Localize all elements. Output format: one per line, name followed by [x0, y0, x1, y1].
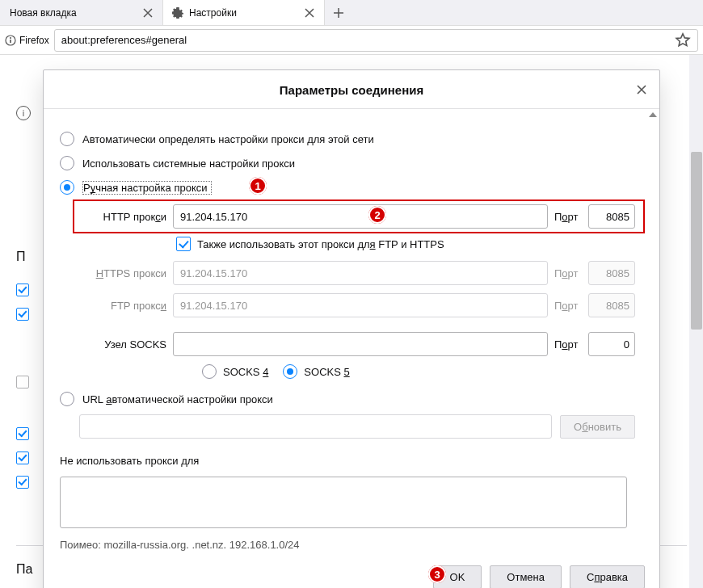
help-button[interactable]: Справка — [570, 565, 645, 588]
radio-system[interactable]: Использовать системные настройки прокси — [60, 156, 635, 170]
socks-input[interactable] — [173, 332, 548, 356]
ftp-proxy-input — [173, 293, 548, 317]
proxy-fields: 2 HTTP прокси Порт Также использовать эт… — [79, 204, 635, 379]
close-icon[interactable] — [303, 6, 316, 19]
socks-version-row: SOCKS 4 SOCKS 5 — [202, 364, 635, 379]
tab-settings[interactable]: Настройки — [163, 0, 325, 25]
autoconfig-url-row: Обновить — [79, 414, 635, 439]
ftp-port-input — [588, 293, 635, 317]
port-label: Порт — [554, 338, 582, 351]
https-proxy-input — [173, 261, 548, 285]
radio-autoconfig[interactable]: URL автоматической настройки прокси — [60, 392, 635, 406]
svg-rect-1 — [10, 40, 11, 43]
ok-button[interactable]: OK — [433, 565, 482, 588]
socks-port-input[interactable] — [588, 332, 635, 356]
radio-icon — [202, 364, 217, 379]
connection-settings-modal: Параметры соединения Автоматически опред… — [43, 69, 660, 588]
radio-autoconfig-label: URL автоматической настройки прокси — [82, 393, 273, 405]
modal-body: Автоматически определять настройки прокс… — [44, 109, 659, 556]
radio-auto-label: Автоматически определять настройки прокс… — [82, 133, 374, 145]
modal-title: Параметры соединения — [280, 83, 423, 97]
share-proxy-row[interactable]: Также использовать этот прокси для FTP и… — [176, 237, 635, 251]
socks-label: Узел SOCKS — [79, 338, 166, 351]
noproxy-example: Поимео: mozilla-russia.org. .net.nz. 192… — [60, 539, 635, 551]
refresh-button: Обновить — [560, 415, 635, 439]
port-label: Порт — [554, 211, 582, 223]
autoconfig-input — [79, 414, 552, 439]
https-port-input — [588, 261, 635, 285]
noproxy-textarea[interactable] — [60, 477, 627, 528]
cancel-button[interactable]: Отмена — [490, 565, 562, 588]
identity-block[interactable]: Firefox — [5, 35, 49, 46]
modal-header: Параметры соединения — [44, 70, 659, 109]
radio-icon — [60, 156, 74, 170]
radio-socks4[interactable]: SOCKS 4 — [202, 364, 268, 379]
svg-point-2 — [10, 37, 11, 39]
http-proxy-input[interactable] — [173, 204, 548, 229]
http-proxy-row: HTTP прокси Порт — [79, 204, 635, 229]
gear-icon — [171, 6, 184, 19]
http-port-input[interactable] — [588, 204, 635, 229]
ftp-label: FTP прокси — [79, 300, 166, 312]
modal-overlay: Параметры соединения Автоматически опред… — [0, 55, 703, 588]
modal-footer: 3 OK Отмена Справка — [44, 556, 659, 588]
checkbox-icon — [176, 237, 191, 251]
radio-system-label: Использовать системные настройки прокси — [82, 158, 295, 170]
identity-label: Firefox — [19, 35, 49, 46]
tab-strip: Новая вкладка Настройки — [0, 0, 703, 26]
new-tab-button[interactable] — [325, 0, 352, 25]
bookmark-star-icon[interactable] — [675, 32, 691, 48]
radio-icon — [60, 392, 74, 406]
ftp-proxy-row: FTP прокси Порт — [79, 293, 635, 317]
socks5-label: SOCKS 5 — [304, 366, 349, 378]
radio-icon — [283, 364, 297, 379]
https-label: HTTPS прокси — [79, 267, 166, 279]
close-icon[interactable] — [141, 6, 154, 19]
callout-1: 1 — [249, 177, 267, 195]
https-proxy-row: HTTPS прокси Порт — [79, 261, 635, 285]
tab-title-2: Настройки — [189, 7, 298, 19]
url-bar[interactable] — [54, 29, 698, 52]
http-label: HTTP прокси — [79, 211, 166, 223]
close-icon[interactable] — [634, 82, 650, 98]
share-proxy-label: Также использовать этот прокси для FTP и… — [197, 238, 444, 250]
socks4-label: SOCKS 4 — [223, 366, 268, 378]
port-label: Порт — [554, 300, 582, 312]
scroll-up-icon[interactable] — [649, 112, 657, 117]
port-label: Порт — [554, 267, 582, 279]
socks-row: Узел SOCKS Порт — [79, 332, 635, 356]
tab-title-1: Новая вкладка — [10, 7, 137, 19]
radio-manual-label: Ручная настройка прокси — [82, 181, 212, 195]
radio-icon — [60, 180, 74, 195]
radio-manual[interactable]: Ручная настройка прокси 1 — [60, 180, 635, 195]
info-icon — [5, 35, 16, 46]
radio-auto-detect[interactable]: Автоматически определять настройки прокс… — [60, 132, 635, 146]
radio-icon — [60, 132, 74, 146]
tab-new[interactable]: Новая вкладка — [2, 0, 163, 25]
radio-socks5[interactable]: SOCKS 5 — [283, 364, 349, 379]
noproxy-label: Не использовать прокси для — [60, 455, 635, 467]
url-input[interactable] — [61, 34, 675, 46]
navbar: Firefox — [0, 26, 703, 55]
modal-scrollbar[interactable] — [645, 109, 659, 556]
